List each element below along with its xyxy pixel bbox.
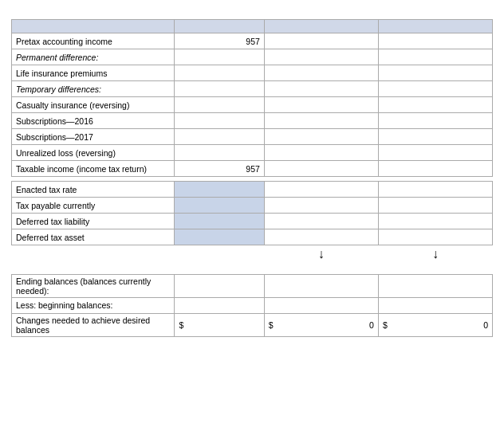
future-deductible-cell[interactable]	[378, 129, 492, 145]
header-col3	[264, 20, 378, 33]
row-label: Subscriptions—2016	[12, 113, 175, 129]
deferred-label-spacer2	[175, 263, 264, 274]
enacted-fd-cell[interactable]	[378, 214, 492, 229]
current-year-cell[interactable]: 957	[175, 33, 264, 49]
future-taxable-cell[interactable]	[264, 97, 378, 113]
future-taxable-cell[interactable]	[264, 129, 378, 145]
current-year-cell[interactable]	[175, 113, 264, 129]
table-row: Permanent difference:	[12, 49, 493, 65]
enacted-fd-cell[interactable]	[378, 198, 492, 214]
arrow-spacer	[12, 245, 175, 264]
footer-fd-cell[interactable]	[378, 297, 492, 313]
future-deductible-cell[interactable]	[378, 49, 492, 65]
enacted-ft-cell[interactable]	[264, 214, 378, 229]
table-row: Ending balances (balances currently need…	[12, 274, 493, 297]
current-year-cell[interactable]	[175, 145, 264, 161]
future-taxable-cell[interactable]	[264, 81, 378, 97]
row-label: Deferred tax asset	[12, 229, 175, 245]
table-row: Deferred tax asset	[12, 229, 493, 245]
footer-current-cell[interactable]	[175, 274, 264, 297]
header-col4	[378, 20, 492, 33]
table-row: Subscriptions—2017	[12, 129, 493, 145]
schedule-table: Pretax accounting income957Permanent dif…	[11, 19, 493, 337]
row-label: Taxable income (income tax return)	[12, 161, 175, 177]
row-label: Temporary differences:	[12, 81, 175, 97]
future-deductible-cell[interactable]	[378, 161, 492, 177]
arrow-down-left: ↓	[264, 245, 378, 264]
row-label: Life insurance premiums	[12, 65, 175, 81]
future-deductible-cell[interactable]	[378, 65, 492, 81]
future-deductible-cell[interactable]	[378, 97, 492, 113]
row-label: Permanent difference:	[12, 49, 175, 65]
current-year-cell[interactable]	[175, 65, 264, 81]
row-label: Casualty insurance (reversing)	[12, 97, 175, 113]
footer-current-cell[interactable]	[175, 297, 264, 313]
current-year-cell[interactable]	[175, 129, 264, 145]
future-taxable-cell[interactable]	[264, 113, 378, 129]
footer-current-cell[interactable]: $	[175, 313, 264, 336]
row-label: Ending balances (balances currently need…	[12, 274, 175, 297]
table-row: Casualty insurance (reversing)	[12, 97, 493, 113]
future-taxable-cell[interactable]	[264, 33, 378, 49]
enacted-fd-cell[interactable]	[378, 229, 492, 245]
table-row: Enacted tax rate	[12, 182, 493, 198]
table-row: Life insurance premiums	[12, 65, 493, 81]
table-row: Changes needed to achieve desired balanc…	[12, 313, 493, 336]
future-taxable-cell[interactable]	[264, 161, 378, 177]
table-row: Deferred tax liability	[12, 214, 493, 229]
row-label: Enacted tax rate	[12, 182, 175, 198]
table-row: Tax payable currently	[12, 198, 493, 214]
deferred-tax-liability-label	[264, 263, 378, 274]
row-label: Deferred tax liability	[12, 214, 175, 229]
arrow-down-right: ↓	[378, 245, 492, 264]
row-label: Subscriptions—2017	[12, 129, 175, 145]
enacted-current-cell[interactable]	[175, 229, 264, 245]
row-label: Tax payable currently	[12, 198, 175, 214]
future-deductible-cell[interactable]	[378, 81, 492, 97]
enacted-ft-cell[interactable]	[264, 198, 378, 214]
future-deductible-cell[interactable]	[378, 33, 492, 49]
deferred-label-spacer	[12, 263, 175, 274]
enacted-current-cell[interactable]	[175, 198, 264, 214]
enacted-current-cell[interactable]	[175, 182, 264, 198]
enacted-current-cell[interactable]	[175, 214, 264, 229]
enacted-fd-cell[interactable]	[378, 182, 492, 198]
table-row: Unrealized loss (reversing)	[12, 145, 493, 161]
row-label: Pretax accounting income	[12, 33, 175, 49]
footer-ft-cell[interactable]: $0	[264, 313, 378, 336]
footer-ft-cell[interactable]	[264, 274, 378, 297]
deferred-tax-asset-label	[378, 263, 492, 274]
row-label: Changes needed to achieve desired balanc…	[12, 313, 175, 336]
enacted-ft-cell[interactable]	[264, 182, 378, 198]
arrow-spacer2	[175, 245, 264, 264]
footer-fd-cell[interactable]	[378, 274, 492, 297]
enacted-ft-cell[interactable]	[264, 229, 378, 245]
table-row: Temporary differences:	[12, 81, 493, 97]
header-col2	[175, 20, 264, 33]
table-row: Taxable income (income tax return)957	[12, 161, 493, 177]
row-label: Unrealized loss (reversing)	[12, 145, 175, 161]
footer-ft-cell[interactable]	[264, 297, 378, 313]
future-taxable-cell[interactable]	[264, 65, 378, 81]
table-row: Less: beginning balances:	[12, 297, 493, 313]
future-deductible-cell[interactable]	[378, 145, 492, 161]
header-col1	[12, 20, 175, 33]
current-year-cell[interactable]	[175, 97, 264, 113]
row-label: Less: beginning balances:	[12, 297, 175, 313]
table-row: Pretax accounting income957	[12, 33, 493, 49]
current-year-cell[interactable]	[175, 81, 264, 97]
future-taxable-cell[interactable]	[264, 145, 378, 161]
table-row: Subscriptions—2016	[12, 113, 493, 129]
current-year-cell[interactable]: 957	[175, 161, 264, 177]
future-deductible-cell[interactable]	[378, 113, 492, 129]
current-year-cell[interactable]	[175, 49, 264, 65]
footer-fd-cell[interactable]: $0	[378, 313, 492, 336]
future-taxable-cell[interactable]	[264, 49, 378, 65]
